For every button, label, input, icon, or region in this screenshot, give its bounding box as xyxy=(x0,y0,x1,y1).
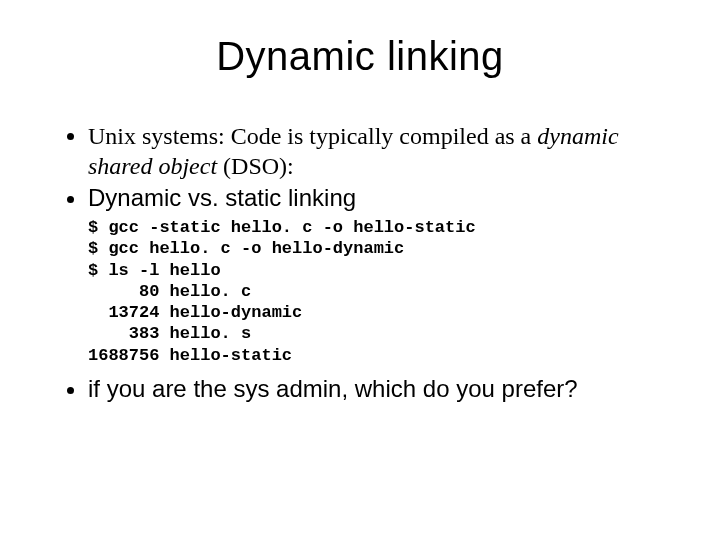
bullet-sysadmin-question: if you are the sys admin, which do you p… xyxy=(88,374,660,404)
bullet1-suffix: (DSO): xyxy=(217,153,294,179)
bullet-list: Unix systems: Code is typically compiled… xyxy=(60,121,660,213)
code-block: $ gcc -static hello. c -o hello-static $… xyxy=(88,217,660,366)
bullet-list-2: if you are the sys admin, which do you p… xyxy=(60,374,660,404)
bullet-dynamic-vs-static: Dynamic vs. static linking xyxy=(88,183,660,213)
slide-title: Dynamic linking xyxy=(60,34,660,79)
slide: Dynamic linking Unix systems: Code is ty… xyxy=(0,0,720,540)
bullet-unix-systems: Unix systems: Code is typically compiled… xyxy=(88,121,660,181)
bullet1-prefix: Unix systems: Code is typically compiled… xyxy=(88,123,537,149)
